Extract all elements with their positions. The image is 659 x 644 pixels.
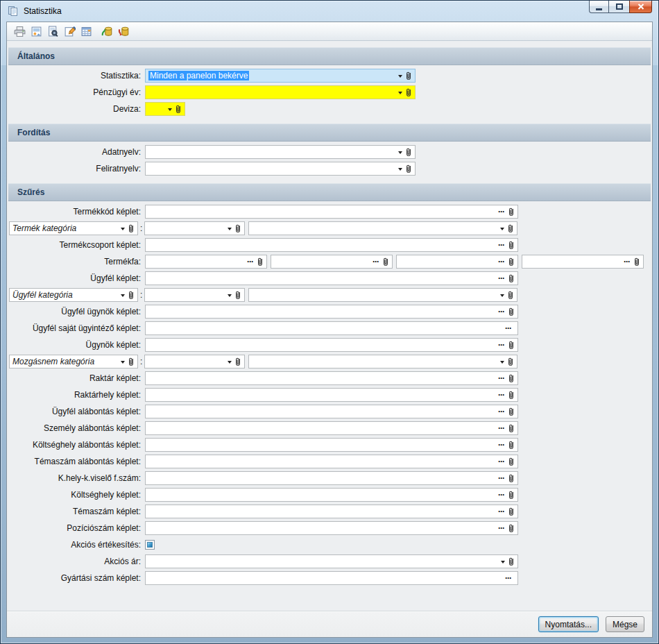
paperclip-icon xyxy=(508,423,515,433)
document-search-toolbar-button[interactable] xyxy=(44,23,61,40)
raktarhely-keplet-input[interactable]: ··· xyxy=(145,388,518,402)
termekkod-keplet-input[interactable]: ··· xyxy=(145,205,518,219)
section-filter-header: Szűrés xyxy=(8,183,651,201)
row-koltseghely-alabontas-keplet: Költséghely alábontás képlet:··· xyxy=(8,437,651,453)
close-button[interactable] xyxy=(629,1,652,13)
termekfa-input-1[interactable]: ··· xyxy=(145,255,267,269)
field-label: Pénzügyi év: xyxy=(9,87,141,97)
row-gyartasi-szam-keplet: Gyártási szám képlet:··· xyxy=(8,570,651,586)
database-export-toolbar-button[interactable] xyxy=(115,23,132,40)
szemely-alabontas-keplet-input[interactable]: ··· xyxy=(145,421,518,435)
mozgasnem-kategoria-value2-dropdown[interactable] xyxy=(248,355,517,368)
paperclip-icon xyxy=(234,357,241,366)
ugyfel-keplet-input[interactable]: ··· xyxy=(145,271,518,285)
ugyfel-kategoria-selector[interactable]: Ügyfél kategória xyxy=(9,288,138,302)
section-translation-title: Fordítás xyxy=(17,128,50,137)
edit-toolbar-button[interactable] xyxy=(61,23,78,40)
ellipsis-icon: ··· xyxy=(498,524,504,532)
paperclip-icon xyxy=(508,507,515,516)
field-label: Akciós értékesítés: xyxy=(9,540,141,550)
ellipsis-icon: ··· xyxy=(498,207,504,216)
statisztika-window: Statisztika xyxy=(0,0,659,644)
chevron-down-icon xyxy=(398,168,402,171)
penzugyi-ev-dropdown[interactable] xyxy=(145,85,416,99)
maximize-icon xyxy=(616,3,623,10)
chevron-down-icon xyxy=(121,361,125,364)
temaszam-keplet-input[interactable]: ··· xyxy=(145,505,518,518)
paperclip-icon xyxy=(128,290,135,300)
ugyfel-sajat-ugyintezo-keplet-input[interactable]: ··· xyxy=(145,321,518,335)
row-akcios-ar: Akciós ár: xyxy=(8,553,651,570)
paperclip-icon xyxy=(508,390,515,400)
termekcsoport-keplet-input[interactable]: ··· xyxy=(145,238,518,252)
dialog-client-area: Általános Statisztika:Minden a panelon b… xyxy=(6,22,653,638)
row-mozgasnem-kategoria: Mozgásnem kategória: xyxy=(8,353,651,370)
statisztika-dropdown[interactable]: Minden a panelon bekérve xyxy=(145,69,416,83)
pozicioszam-keplet-input[interactable]: ··· xyxy=(145,521,518,535)
field-label: Ügyfél saját ügyintéző képlet: xyxy=(9,323,141,333)
khely-kviselo-fszam-input[interactable]: ··· xyxy=(145,471,518,485)
termekfa-input-2[interactable]: ··· xyxy=(271,255,393,269)
window-title: Statisztika xyxy=(24,6,62,16)
paperclip-icon xyxy=(257,257,264,266)
ugynok-keplet-input[interactable]: ··· xyxy=(145,338,518,352)
toolbar xyxy=(7,22,652,41)
field-label: Pozíciószám képlet: xyxy=(9,523,141,533)
ugyfel-kategoria-value2-dropdown[interactable] xyxy=(248,288,517,302)
row-ugyfel-kategoria: Ügyfél kategória: xyxy=(8,287,651,303)
ellipsis-icon: ··· xyxy=(247,257,253,266)
paperclip-icon xyxy=(508,273,515,283)
section-general-body: Statisztika:Minden a panelon bekérvePénz… xyxy=(8,67,651,117)
akcios-ertekesites-checkbox[interactable] xyxy=(145,540,155,550)
field-label: Termékfa: xyxy=(9,257,141,266)
gyartasi-szam-keplet-input[interactable]: ··· xyxy=(145,571,518,585)
paperclip-icon xyxy=(507,290,514,300)
termek-kategoria-selector[interactable]: Termék kategória xyxy=(9,221,138,235)
ugyfel-ugynok-keplet-input[interactable]: ··· xyxy=(145,305,518,319)
cancel-button[interactable]: Mégse xyxy=(606,616,644,632)
paperclip-icon xyxy=(508,207,515,217)
maximize-button[interactable] xyxy=(609,1,629,13)
field-label: K.hely-k.viselő f.szám: xyxy=(9,473,141,483)
field-label: Statisztika: xyxy=(9,71,141,80)
termekfa-input-4[interactable]: ··· xyxy=(522,255,644,269)
termek-kategoria-value-dropdown[interactable] xyxy=(144,221,245,235)
field-label: Ügyfél képlet: xyxy=(9,273,141,283)
temaszam-alabontas-keplet-input[interactable]: ··· xyxy=(145,455,518,468)
paperclip-icon xyxy=(508,257,515,266)
chevron-down-icon xyxy=(398,75,402,78)
chevron-down-icon xyxy=(168,108,172,111)
deviza-dropdown[interactable] xyxy=(145,102,185,116)
termekfa-input-3[interactable]: ··· xyxy=(396,255,518,269)
adatnyelv-dropdown[interactable] xyxy=(145,145,416,159)
print-button[interactable]: Nyomtatás... xyxy=(538,616,599,632)
print-preview-toolbar-button[interactable] xyxy=(28,23,44,40)
mozgasnem-kategoria-value-dropdown[interactable] xyxy=(144,355,245,368)
print-toolbar-button[interactable] xyxy=(11,23,28,40)
ugyfel-alabontas-keplet-input[interactable]: ··· xyxy=(145,405,518,418)
termek-kategoria-value2-dropdown[interactable] xyxy=(248,221,517,235)
chevron-down-icon xyxy=(228,294,232,297)
field-label: Termékkód képlet: xyxy=(9,207,141,217)
minimize-button[interactable] xyxy=(589,1,609,13)
mozgasnem-kategoria-selector[interactable]: Mozgásnem kategória xyxy=(9,355,138,368)
raktar-keplet-input[interactable]: ··· xyxy=(145,371,518,385)
field-label: Feliratnyelv: xyxy=(9,164,141,173)
titlebar[interactable]: Statisztika xyxy=(1,1,658,22)
paperclip-icon xyxy=(234,223,241,233)
row-ugyfel-ugynok-keplet: Ügyfél ügynök képlet:··· xyxy=(8,303,651,320)
ellipsis-icon: ··· xyxy=(498,341,504,349)
colon-separator: : xyxy=(140,290,142,300)
paperclip-icon xyxy=(128,223,135,233)
chevron-down-icon xyxy=(500,294,504,297)
ugyfel-kategoria-value-dropdown[interactable] xyxy=(144,288,245,302)
colon-separator: : xyxy=(140,357,142,366)
database-import-toolbar-button[interactable] xyxy=(99,23,115,40)
akcios-ar-dropdown[interactable] xyxy=(145,554,518,568)
koltseghely-alabontas-keplet-input[interactable]: ··· xyxy=(145,438,518,452)
feliratnyelv-dropdown[interactable] xyxy=(145,162,416,176)
koltseghely-keplet-input[interactable]: ··· xyxy=(145,488,518,502)
ellipsis-icon: ··· xyxy=(498,424,504,432)
table-toolbar-button[interactable] xyxy=(78,23,94,40)
ellipsis-icon: ··· xyxy=(498,457,504,466)
